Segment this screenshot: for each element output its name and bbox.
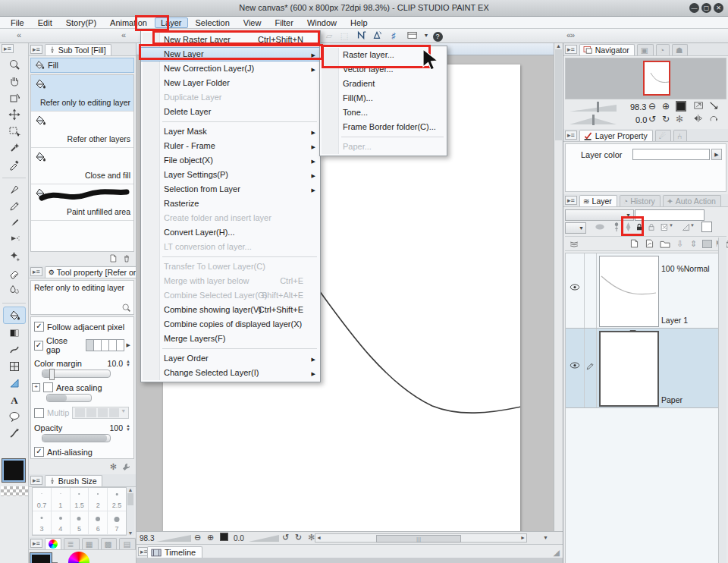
menu-item-combine-copies-of-displayed-layer-x[interactable]: Combine copies of displayed layer(X) — [141, 317, 320, 332]
layer-row-layer-1[interactable]: 100 %NormalLayer 1 — [566, 253, 726, 329]
color-panel-menu-icon[interactable]: ▸≡ — [30, 539, 42, 548]
tool-navigation-tab[interactable]: ⑃ — [673, 130, 687, 141]
menubar-item-filter[interactable]: Filter — [268, 17, 299, 28]
palette-color-dropdown[interactable]: ▼ — [565, 222, 586, 234]
multiple-referring-checkbox[interactable] — [34, 408, 44, 418]
mask-dropdown-icon[interactable]: ▼ — [669, 223, 673, 228]
reset-settings-icon[interactable]: ✻ — [110, 462, 117, 472]
navigator-menu-icon[interactable]: ▸≡ — [565, 45, 577, 54]
flip-view-icon[interactable] — [356, 30, 370, 42]
layer-name[interactable]: Paper — [661, 395, 682, 404]
layer-opacity-field[interactable] — [635, 209, 704, 221]
eyedropper-tool[interactable] — [4, 156, 25, 172]
rotate-ccw-icon[interactable]: ↺ — [648, 114, 656, 124]
transparent-color-swatch[interactable] — [1, 486, 28, 496]
tab-auto-action[interactable]: ✦Auto Action — [663, 195, 721, 206]
hand-tool[interactable] — [4, 73, 25, 89]
wrench-icon[interactable] — [121, 462, 131, 472]
frame-border-tool[interactable] — [4, 358, 25, 374]
color-margin-value[interactable]: 10.0 — [108, 359, 123, 368]
zoom-tool[interactable] — [4, 56, 25, 72]
menu-item-file-object-x[interactable]: File object(X)▶ — [141, 153, 320, 168]
navigator-tab[interactable]: Navigator — [579, 44, 635, 55]
airbrush-tool[interactable] — [4, 231, 25, 247]
color-mixing-tab[interactable]: ▩ — [101, 538, 118, 549]
brush-size-scrollbar[interactable]: ▲▼ — [126, 487, 134, 536]
tool-property-tab[interactable]: ⚙ Tool property [Refer only to e — [45, 266, 136, 278]
menu-item-rasterize[interactable]: Rasterize — [141, 197, 320, 211]
color-slider-tab[interactable]: ≣ — [64, 538, 80, 549]
screen-settings-icon[interactable] — [406, 30, 420, 42]
brush-size-2[interactable]: 2 — [89, 488, 108, 511]
blend-tool[interactable] — [4, 282, 25, 297]
canvas-horizontal-scrollbar[interactable]: ◄ ||| ► — [315, 533, 527, 543]
rotate-ccw-icon[interactable]: ↺ — [282, 533, 289, 543]
fit-to-navigator-icon[interactable] — [694, 101, 704, 110]
menubar-item-file[interactable]: File — [5, 17, 30, 28]
collapse-right-dock-icon[interactable]: «» — [566, 30, 574, 39]
create-subtool-icon[interactable] — [108, 253, 118, 263]
zoom-out-icon[interactable]: ⊖ — [648, 101, 656, 112]
menu-item-ruler-frame[interactable]: Ruler - Frame▶ — [141, 139, 320, 153]
gradient-tool[interactable] — [4, 325, 25, 341]
rotate-canvas-tool[interactable] — [4, 90, 25, 105]
navigator-rotate-thumb[interactable] — [592, 115, 595, 125]
layer-name[interactable]: Layer 1 — [661, 316, 688, 325]
balloon-tool[interactable] — [4, 408, 25, 424]
tab-layer[interactable]: ≋Layer — [579, 195, 617, 206]
rotate-cw-icon[interactable]: ↻ — [662, 114, 670, 124]
navigator-view-frame[interactable] — [643, 61, 670, 96]
search-settings-icon[interactable] — [121, 303, 131, 313]
area-scaling-checkbox[interactable] — [43, 382, 53, 392]
layer-color-field[interactable] — [632, 149, 710, 160]
visibility-eye-icon[interactable] — [570, 284, 580, 291]
actual-size-icon[interactable] — [709, 101, 719, 110]
menu-item-frame-border-folder-c[interactable]: Frame Border folder(C)... — [320, 120, 447, 134]
information-tab[interactable]: ☗ — [672, 44, 688, 55]
rotation-slider[interactable] — [249, 535, 279, 542]
subtool-item-refer-other-layers[interactable]: Refer other layers — [31, 112, 133, 148]
flip-horizontal-icon[interactable] — [694, 114, 704, 123]
lock-transparent-icon[interactable] — [644, 221, 658, 233]
opacity-slider[interactable] — [42, 434, 111, 442]
layer-thumbnail[interactable] — [599, 256, 659, 327]
layer-property-menu-icon[interactable]: ▸≡ — [565, 131, 577, 140]
text-tool[interactable]: A — [4, 392, 25, 407]
subtool-item-refer-only-to-editing-layer[interactable]: Refer only to editing layer — [31, 75, 133, 112]
subtool-tab[interactable]: Sub Tool [Fill] — [45, 44, 111, 55]
figure-tool[interactable] — [4, 341, 25, 357]
visibility-eye-icon[interactable] — [570, 362, 580, 369]
correction-line-tool[interactable] — [4, 425, 25, 441]
menu-item-combine-showing-layer-v[interactable]: Combine showing layer(V)Ctrl+Shift+E — [141, 303, 320, 317]
brush-size-2-5[interactable]: 2.5 — [108, 488, 127, 511]
zoom-in-icon[interactable]: ⊕ — [207, 533, 214, 543]
rotate-view-icon[interactable] — [372, 30, 385, 42]
navigator-zoom-thumb[interactable] — [597, 102, 599, 112]
auto-select-tool[interactable] — [4, 140, 25, 156]
rotation-value[interactable]: 0.0 — [234, 534, 244, 543]
menubar-item-help[interactable]: Help — [344, 17, 374, 28]
color-set-tab[interactable]: ▦ — [82, 538, 99, 549]
brush-size-7[interactable]: 7 — [108, 511, 127, 535]
layer-color-indicator[interactable] — [701, 222, 712, 232]
color-margin-stepper[interactable]: ▲▼ — [126, 360, 130, 367]
menu-item-layer-mask[interactable]: Layer Mask▶ — [141, 124, 320, 139]
color-margin-slider[interactable] — [42, 370, 111, 378]
menubar-item-window[interactable]: Window — [301, 17, 343, 28]
subtool-item-close-and-fill[interactable]: Close and fill — [31, 148, 133, 184]
menu-item-layer-order[interactable]: Layer Order▶ — [141, 351, 320, 366]
zoom-in-icon[interactable]: ⊕ — [662, 101, 670, 112]
menubar-item-selection[interactable]: Selection — [190, 17, 236, 28]
menu-item-merge-layers-f[interactable]: Merge Layers(F) — [141, 332, 320, 346]
new-vector-layer-icon[interactable] — [642, 237, 657, 250]
brush-size-5[interactable]: 5 — [71, 511, 89, 535]
menu-item-gradient[interactable]: Gradient — [320, 77, 447, 91]
quick-access-tab[interactable]: ◔ — [656, 44, 670, 55]
close-button[interactable]: ✕ — [714, 3, 723, 13]
subtool-menu-icon[interactable]: ▸≡ — [30, 45, 42, 54]
fit-to-screen-icon[interactable] — [676, 101, 686, 114]
color-wheel-tab[interactable] — [45, 538, 61, 549]
menu-item-layer-settings-p[interactable]: Layer Settings(P)▶ — [141, 168, 320, 182]
menu-item-duplicate-layer[interactable]: Duplicate Layer — [141, 90, 320, 105]
layer-property-tab[interactable]: Layer Property — [579, 130, 653, 141]
